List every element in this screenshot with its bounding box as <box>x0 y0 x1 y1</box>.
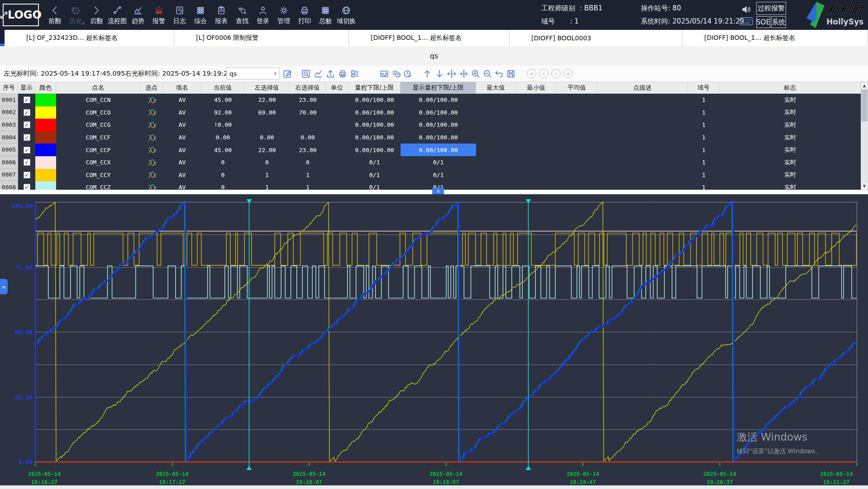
table-row[interactable]: 0002✓COM_CCOAV92.0069.0070.000.00/100.00… <box>0 106 861 119</box>
nav-trend-button[interactable]: 趋势 <box>128 0 148 30</box>
scroll-down-icon[interactable]: ▼ <box>861 182 868 190</box>
page-nav-prev-button[interactable]: ‹ <box>538 67 550 80</box>
display-checkbox[interactable]: ✓ <box>24 121 30 128</box>
nav-login-button[interactable]: 登录 <box>253 0 273 30</box>
scrollbar-thumb[interactable] <box>861 90 868 121</box>
select-point-icon[interactable] <box>147 133 157 142</box>
zoom-out-button[interactable] <box>481 67 493 80</box>
arrow-down-button[interactable] <box>433 67 445 80</box>
select-point-icon[interactable] <box>147 170 157 179</box>
display-checkbox[interactable]: ✓ <box>24 159 30 166</box>
scroll-up-icon[interactable]: ▲ <box>861 82 868 89</box>
alarm-banner-item[interactable]: [L] OF0006 限制报警 <box>174 30 349 46</box>
list-clock-button[interactable] <box>390 67 402 80</box>
color-swatch[interactable] <box>35 94 56 106</box>
nav-domain-switch-button[interactable]: 域切换 <box>336 0 357 30</box>
edit-button[interactable] <box>281 67 293 80</box>
color-swatch[interactable] <box>35 181 56 190</box>
trend-plot-canvas[interactable] <box>0 194 868 489</box>
column-header[interactable]: 项名 <box>163 82 201 94</box>
display-checkbox[interactable]: ✓ <box>24 147 30 153</box>
select-point-icon[interactable] <box>147 145 157 154</box>
column-header[interactable]: 最小值 <box>516 82 557 94</box>
column-header[interactable]: 当前值 <box>201 82 244 94</box>
nav-alarm-button[interactable]: 报警 <box>148 0 169 30</box>
stats-button[interactable] <box>312 67 324 80</box>
wave-box-button[interactable] <box>378 67 390 80</box>
select-point-icon[interactable] <box>147 158 157 167</box>
trend-chart[interactable]: » 激活 Windows 转到“设置”以激活 Windows。 <box>0 194 868 489</box>
trend-group-select[interactable]: qs ▾ <box>226 67 280 80</box>
nav-search-button[interactable]: 查找 <box>232 0 253 30</box>
display-checkbox[interactable]: ✓ <box>24 172 30 178</box>
column-header[interactable]: 序号 <box>0 82 18 94</box>
page-nav-next-button[interactable]: › <box>550 67 562 80</box>
column-header[interactable]: 显示 <box>18 82 35 94</box>
nav-back-button[interactable]: 前翻 <box>44 0 65 30</box>
column-header[interactable]: 点描述 <box>597 82 688 94</box>
column-header[interactable]: 颜色 <box>35 82 56 94</box>
save-button[interactable] <box>505 67 517 80</box>
zoom-box-button[interactable] <box>300 67 312 80</box>
process-alarm-button[interactable]: 过程报警 <box>756 2 786 15</box>
select-point-icon[interactable] <box>147 108 157 117</box>
column-header[interactable]: 显示量程下限/上限 <box>401 82 476 94</box>
undo-button[interactable] <box>493 67 505 80</box>
select-point-icon[interactable] <box>147 183 157 190</box>
soe-button[interactable]: SOE <box>756 16 770 28</box>
column-header[interactable]: 标志 <box>720 82 861 94</box>
display-checkbox[interactable]: ✓ <box>24 109 30 116</box>
chart-expand-button[interactable]: » <box>0 279 8 294</box>
splitter-collapse-button[interactable]: » <box>432 187 444 195</box>
table-row[interactable]: 0003✓COM_CCGAV!0.000.00/100.000.00/100.0… <box>0 119 861 131</box>
page-nav-first-button[interactable]: « <box>525 67 538 80</box>
alarm-banner-item[interactable]: [DIOFF] BOOL_1… 超长标签名 <box>682 30 868 46</box>
column-header[interactable]: 平均值 <box>557 82 597 94</box>
color-swatch[interactable] <box>35 169 56 182</box>
table-row[interactable]: 0001✓COM_CCNAV45.0022.0023.000.00/100.00… <box>0 94 861 106</box>
table-row[interactable]: 0005✓COM_CCPAV45.0022.0023.000.00/100.00… <box>0 144 861 156</box>
nav-summary-button[interactable]: 总貌 <box>315 0 336 30</box>
column-header[interactable]: 最大值 <box>476 82 516 94</box>
column-header[interactable]: 单位 <box>326 82 348 94</box>
speaker-icon[interactable] <box>741 5 751 14</box>
alarm-banner-item[interactable]: [L] OF_232423D… 超长标签名 <box>5 30 174 46</box>
nav-print-button[interactable]: 打印 <box>294 0 315 30</box>
system-button[interactable]: 系统 <box>771 16 786 28</box>
h-compress-button[interactable] <box>458 67 470 80</box>
layout-button[interactable] <box>348 67 361 80</box>
alarm-banner-item[interactable]: [DIOFF] BOOL_1… 超长标签名 <box>349 30 510 46</box>
nav-log-button[interactable]: 日志 <box>169 0 190 30</box>
table-row[interactable]: 0007✓COM_CCYAV0110/10/11实时 <box>0 169 861 182</box>
color-swatch[interactable] <box>35 106 56 119</box>
table-row[interactable]: 0008✓COM_CCZAV0110/10/11实时 <box>0 181 861 190</box>
color-swatch[interactable] <box>35 156 56 169</box>
nav-manage-button[interactable]: 管理 <box>273 0 294 30</box>
nav-report-button[interactable]: 报表 <box>211 0 232 30</box>
display-checkbox[interactable]: ✓ <box>24 96 30 103</box>
column-header[interactable]: 选点 <box>140 82 163 94</box>
table-scrollbar[interactable]: ▲ ▼ <box>861 82 868 190</box>
table-row[interactable]: 0004✓COM_CCFAV0.000.000.000.00/100.000.0… <box>0 131 861 144</box>
arrow-up-button[interactable] <box>421 67 433 80</box>
print-small-button[interactable] <box>336 67 348 80</box>
color-swatch[interactable] <box>35 144 56 156</box>
column-header[interactable]: 左选择值 <box>244 82 290 94</box>
display-checkbox[interactable]: ✓ <box>24 134 30 141</box>
display-checkbox[interactable]: ✓ <box>24 184 30 190</box>
color-swatch[interactable] <box>35 131 56 144</box>
alarm-banner-item[interactable]: [DIOFF] BOOL0003 <box>510 30 682 46</box>
column-header[interactable]: 点名 <box>56 82 140 94</box>
keyboard-icon[interactable] <box>739 17 753 25</box>
nav-composite-button[interactable]: 综合 <box>190 0 211 30</box>
h-expand-button[interactable] <box>445 67 458 80</box>
column-header[interactable]: 域号 <box>688 82 720 94</box>
nav-flowchart-button[interactable]: 流程图 <box>107 0 128 30</box>
select-point-icon[interactable] <box>147 96 157 105</box>
color-swatch[interactable] <box>35 119 56 131</box>
select-point-icon[interactable] <box>147 120 157 129</box>
nav-history-button[interactable]: 历史 <box>65 0 86 30</box>
column-header[interactable]: 右选择值 <box>290 82 326 94</box>
table-row[interactable]: 0006✓COM_CCXAV0000/10/11实时 <box>0 156 861 169</box>
table-chart-splitter[interactable]: » <box>0 190 868 194</box>
